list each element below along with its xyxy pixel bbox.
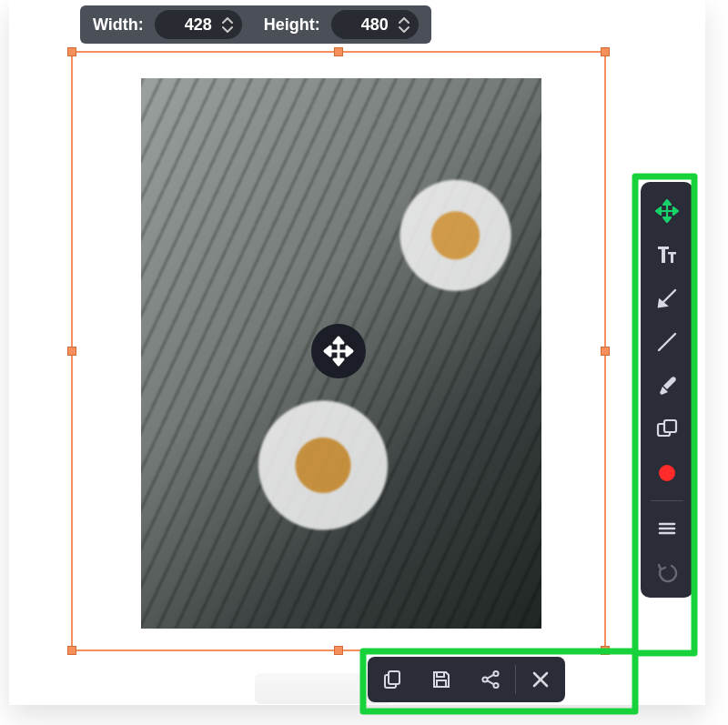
arrow-icon — [655, 287, 679, 310]
resize-handle-top[interactable] — [334, 47, 343, 56]
resize-handle-left[interactable] — [67, 347, 76, 356]
share-button[interactable] — [466, 657, 515, 702]
line-tool[interactable] — [647, 322, 687, 362]
move-handle[interactable] — [311, 324, 366, 378]
close-button[interactable] — [516, 657, 565, 702]
arrow-tool[interactable] — [647, 278, 687, 318]
resize-handle-top-right[interactable] — [601, 47, 610, 56]
line-icon — [655, 330, 679, 354]
undo-tool[interactable] — [647, 552, 687, 592]
chevron-down-icon — [399, 25, 410, 33]
height-stepper[interactable] — [399, 10, 411, 39]
record-icon — [655, 461, 679, 485]
resize-handle-bottom-right[interactable] — [601, 646, 610, 655]
move-icon — [655, 199, 679, 223]
menu-tool[interactable] — [647, 509, 687, 549]
chevron-down-icon — [222, 25, 233, 33]
annotation-toolbar — [641, 182, 693, 598]
move-icon — [322, 335, 355, 368]
move-tool[interactable] — [647, 191, 687, 231]
undo-icon — [656, 561, 678, 583]
resize-handle-bottom[interactable] — [334, 646, 343, 655]
resize-handle-right[interactable] — [601, 347, 610, 356]
svg-rect-14 — [437, 672, 444, 677]
svg-rect-7 — [664, 420, 676, 432]
height-label: Height: — [264, 15, 320, 35]
crop-selection[interactable] — [71, 51, 606, 651]
width-input[interactable]: 428 — [155, 10, 242, 39]
width-label: Width: — [93, 15, 144, 35]
save-button[interactable] — [417, 657, 466, 702]
share-icon — [480, 669, 501, 690]
svg-point-16 — [482, 677, 487, 681]
copy-icon — [381, 669, 403, 690]
record-tool[interactable] — [647, 453, 687, 493]
text-icon — [655, 243, 679, 267]
svg-rect-15 — [437, 680, 446, 687]
toolbar-separator — [651, 500, 683, 501]
resize-handle-bottom-left[interactable] — [67, 646, 76, 655]
width-value: 428 — [185, 15, 212, 35]
svg-line-20 — [487, 680, 494, 684]
copy-button[interactable] — [368, 657, 417, 702]
chevron-up-icon — [399, 17, 410, 25]
svg-rect-13 — [389, 671, 399, 684]
dimension-bar: Width: 428 Height: 480 — [80, 5, 431, 44]
svg-line-19 — [487, 675, 494, 679]
close-icon — [531, 670, 551, 690]
shape-tool[interactable] — [647, 409, 687, 449]
chevron-up-icon — [222, 17, 233, 25]
svg-line-5 — [659, 334, 675, 350]
action-bar — [368, 657, 565, 702]
save-icon — [430, 669, 452, 690]
text-tool[interactable] — [647, 235, 687, 275]
highlighter-icon — [655, 374, 679, 398]
menu-icon — [656, 518, 678, 539]
resize-handle-top-left[interactable] — [67, 47, 76, 56]
height-input[interactable]: 480 — [331, 10, 419, 39]
shape-icon — [655, 418, 679, 441]
height-value: 480 — [361, 15, 389, 35]
width-stepper[interactable] — [222, 10, 235, 39]
highlighter-tool[interactable] — [647, 366, 687, 406]
svg-point-8 — [659, 465, 675, 481]
